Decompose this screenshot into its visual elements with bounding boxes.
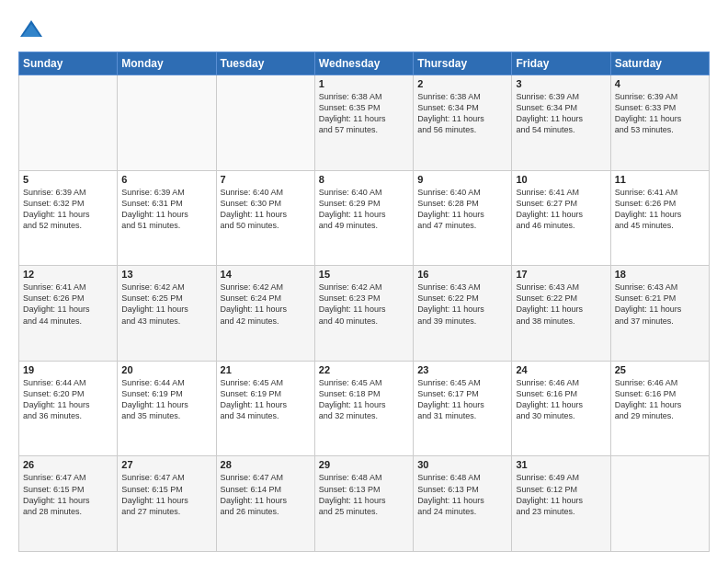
calendar-cell: 14Sunrise: 6:42 AM Sunset: 6:24 PM Dayli… <box>216 266 314 362</box>
day-info: Sunrise: 6:38 AM Sunset: 6:35 PM Dayligh… <box>319 91 409 136</box>
day-number: 10 <box>516 174 606 185</box>
calendar-cell: 16Sunrise: 6:43 AM Sunset: 6:22 PM Dayli… <box>414 266 512 362</box>
calendar-cell: 1Sunrise: 6:38 AM Sunset: 6:35 PM Daylig… <box>314 75 413 171</box>
day-number: 9 <box>417 174 507 185</box>
day-info: Sunrise: 6:39 AM Sunset: 6:33 PM Dayligh… <box>615 91 705 136</box>
calendar-cell: 27Sunrise: 6:47 AM Sunset: 6:15 PM Dayli… <box>118 456 216 552</box>
day-info: Sunrise: 6:44 AM Sunset: 6:19 PM Dayligh… <box>121 377 211 422</box>
day-number: 14 <box>221 269 311 280</box>
calendar-header-saturday: Saturday <box>610 52 709 75</box>
calendar-cell <box>610 456 709 552</box>
day-number: 24 <box>516 364 606 375</box>
day-number: 8 <box>319 174 409 185</box>
day-number: 6 <box>121 174 211 185</box>
calendar-cell: 6Sunrise: 6:39 AM Sunset: 6:31 PM Daylig… <box>118 170 216 266</box>
calendar-header-thursday: Thursday <box>414 52 512 75</box>
calendar-cell: 9Sunrise: 6:40 AM Sunset: 6:28 PM Daylig… <box>414 170 512 266</box>
day-number: 19 <box>23 364 113 375</box>
day-info: Sunrise: 6:48 AM Sunset: 6:13 PM Dayligh… <box>417 472 507 517</box>
calendar-cell: 4Sunrise: 6:39 AM Sunset: 6:33 PM Daylig… <box>610 75 709 171</box>
day-number: 30 <box>417 459 507 470</box>
day-info: Sunrise: 6:42 AM Sunset: 6:24 PM Dayligh… <box>221 282 311 327</box>
day-number: 12 <box>23 269 113 280</box>
calendar-week-3: 12Sunrise: 6:41 AM Sunset: 6:26 PM Dayli… <box>19 266 710 362</box>
header <box>18 17 710 42</box>
day-number: 5 <box>23 174 113 185</box>
day-info: Sunrise: 6:38 AM Sunset: 6:34 PM Dayligh… <box>417 91 507 136</box>
day-info: Sunrise: 6:45 AM Sunset: 6:19 PM Dayligh… <box>221 377 311 422</box>
day-info: Sunrise: 6:39 AM Sunset: 6:34 PM Dayligh… <box>516 91 606 136</box>
day-number: 20 <box>121 364 211 375</box>
calendar-cell: 31Sunrise: 6:49 AM Sunset: 6:12 PM Dayli… <box>512 456 610 552</box>
calendar-cell: 2Sunrise: 6:38 AM Sunset: 6:34 PM Daylig… <box>414 75 512 171</box>
day-number: 28 <box>221 459 311 470</box>
day-info: Sunrise: 6:43 AM Sunset: 6:21 PM Dayligh… <box>615 282 705 327</box>
day-info: Sunrise: 6:46 AM Sunset: 6:16 PM Dayligh… <box>615 377 705 422</box>
day-number: 11 <box>615 174 705 185</box>
day-info: Sunrise: 6:42 AM Sunset: 6:23 PM Dayligh… <box>319 282 409 327</box>
calendar-cell: 18Sunrise: 6:43 AM Sunset: 6:21 PM Dayli… <box>610 266 709 362</box>
calendar-cell <box>216 75 314 171</box>
day-number: 27 <box>121 459 211 470</box>
calendar-cell: 21Sunrise: 6:45 AM Sunset: 6:19 PM Dayli… <box>216 361 314 456</box>
logo <box>18 17 48 42</box>
calendar-cell: 19Sunrise: 6:44 AM Sunset: 6:20 PM Dayli… <box>19 361 118 456</box>
calendar-cell: 20Sunrise: 6:44 AM Sunset: 6:19 PM Dayli… <box>118 361 216 456</box>
calendar-cell: 22Sunrise: 6:45 AM Sunset: 6:18 PM Dayli… <box>314 361 413 456</box>
calendar-cell: 28Sunrise: 6:47 AM Sunset: 6:14 PM Dayli… <box>216 456 314 552</box>
calendar-cell <box>19 75 118 171</box>
day-info: Sunrise: 6:47 AM Sunset: 6:15 PM Dayligh… <box>121 472 211 517</box>
day-number: 4 <box>615 78 705 89</box>
day-info: Sunrise: 6:44 AM Sunset: 6:20 PM Dayligh… <box>23 377 113 422</box>
calendar-cell: 24Sunrise: 6:46 AM Sunset: 6:16 PM Dayli… <box>512 361 610 456</box>
day-info: Sunrise: 6:39 AM Sunset: 6:32 PM Dayligh… <box>23 187 113 232</box>
calendar-cell: 25Sunrise: 6:46 AM Sunset: 6:16 PM Dayli… <box>610 361 709 456</box>
calendar-header-monday: Monday <box>118 52 216 75</box>
day-info: Sunrise: 6:47 AM Sunset: 6:15 PM Dayligh… <box>23 472 113 517</box>
day-number: 13 <box>121 269 211 280</box>
calendar-cell: 15Sunrise: 6:42 AM Sunset: 6:23 PM Dayli… <box>314 266 413 362</box>
day-info: Sunrise: 6:42 AM Sunset: 6:25 PM Dayligh… <box>121 282 211 327</box>
calendar-header-friday: Friday <box>512 52 610 75</box>
day-number: 22 <box>319 364 409 375</box>
logo-icon <box>18 17 44 42</box>
calendar-cell: 29Sunrise: 6:48 AM Sunset: 6:13 PM Dayli… <box>314 456 413 552</box>
day-number: 7 <box>221 174 311 185</box>
page: SundayMondayTuesdayWednesdayThursdayFrid… <box>0 0 728 563</box>
day-info: Sunrise: 6:39 AM Sunset: 6:31 PM Dayligh… <box>121 187 211 232</box>
calendar-week-1: 1Sunrise: 6:38 AM Sunset: 6:35 PM Daylig… <box>19 75 710 171</box>
calendar-cell: 23Sunrise: 6:45 AM Sunset: 6:17 PM Dayli… <box>414 361 512 456</box>
calendar-cell: 8Sunrise: 6:40 AM Sunset: 6:29 PM Daylig… <box>314 170 413 266</box>
day-info: Sunrise: 6:45 AM Sunset: 6:18 PM Dayligh… <box>319 377 409 422</box>
calendar-week-2: 5Sunrise: 6:39 AM Sunset: 6:32 PM Daylig… <box>19 170 710 266</box>
calendar-week-4: 19Sunrise: 6:44 AM Sunset: 6:20 PM Dayli… <box>19 361 710 456</box>
day-number: 29 <box>319 459 409 470</box>
calendar-cell: 12Sunrise: 6:41 AM Sunset: 6:26 PM Dayli… <box>19 266 118 362</box>
day-info: Sunrise: 6:41 AM Sunset: 6:27 PM Dayligh… <box>516 187 606 232</box>
day-number: 18 <box>615 269 705 280</box>
day-info: Sunrise: 6:40 AM Sunset: 6:30 PM Dayligh… <box>221 187 311 232</box>
day-number: 16 <box>417 269 507 280</box>
calendar-cell: 11Sunrise: 6:41 AM Sunset: 6:26 PM Dayli… <box>610 170 709 266</box>
calendar-header-tuesday: Tuesday <box>216 52 314 75</box>
day-number: 31 <box>516 459 606 470</box>
day-info: Sunrise: 6:49 AM Sunset: 6:12 PM Dayligh… <box>516 472 606 517</box>
day-number: 1 <box>319 78 409 89</box>
calendar-cell: 5Sunrise: 6:39 AM Sunset: 6:32 PM Daylig… <box>19 170 118 266</box>
day-number: 17 <box>516 269 606 280</box>
day-info: Sunrise: 6:41 AM Sunset: 6:26 PM Dayligh… <box>615 187 705 232</box>
calendar-table: SundayMondayTuesdayWednesdayThursdayFrid… <box>18 52 710 552</box>
day-info: Sunrise: 6:40 AM Sunset: 6:29 PM Dayligh… <box>319 187 409 232</box>
calendar-header-wednesday: Wednesday <box>314 52 413 75</box>
day-info: Sunrise: 6:40 AM Sunset: 6:28 PM Dayligh… <box>417 187 507 232</box>
calendar-cell: 30Sunrise: 6:48 AM Sunset: 6:13 PM Dayli… <box>414 456 512 552</box>
day-info: Sunrise: 6:43 AM Sunset: 6:22 PM Dayligh… <box>417 282 507 327</box>
calendar-cell: 3Sunrise: 6:39 AM Sunset: 6:34 PM Daylig… <box>512 75 610 171</box>
calendar-header-sunday: Sunday <box>19 52 118 75</box>
calendar-header-row: SundayMondayTuesdayWednesdayThursdayFrid… <box>19 52 710 75</box>
day-info: Sunrise: 6:48 AM Sunset: 6:13 PM Dayligh… <box>319 472 409 517</box>
calendar-cell <box>118 75 216 171</box>
day-number: 3 <box>516 78 606 89</box>
calendar-cell: 26Sunrise: 6:47 AM Sunset: 6:15 PM Dayli… <box>19 456 118 552</box>
calendar-week-5: 26Sunrise: 6:47 AM Sunset: 6:15 PM Dayli… <box>19 456 710 552</box>
